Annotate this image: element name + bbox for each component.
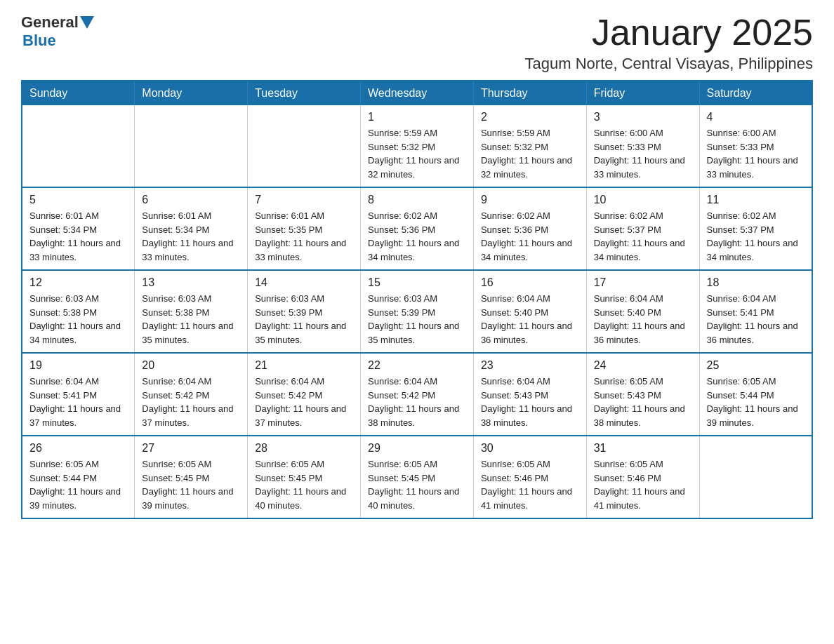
calendar-cell: 2Sunrise: 5:59 AMSunset: 5:32 PMDaylight… [473,105,586,187]
header-monday: Monday [135,81,248,105]
week-row-1: 1Sunrise: 5:59 AMSunset: 5:32 PMDaylight… [22,105,812,187]
calendar-cell: 10Sunrise: 6:02 AMSunset: 5:37 PMDayligh… [586,187,699,270]
day-number: 12 [29,276,127,289]
day-number: 8 [368,194,466,206]
day-number: 1 [368,111,466,123]
calendar-cell: 7Sunrise: 6:01 AMSunset: 5:35 PMDaylight… [248,187,361,270]
header-saturday: Saturday [699,81,812,105]
day-info: Sunrise: 6:01 AMSunset: 5:34 PMDaylight:… [29,209,127,264]
page-header: General Blue January 2025 Tagum Norte, C… [21,14,813,73]
day-info: Sunrise: 6:05 AMSunset: 5:45 PMDaylight:… [255,457,353,512]
day-info: Sunrise: 6:01 AMSunset: 5:34 PMDaylight:… [142,209,240,264]
day-number: 6 [142,194,240,206]
day-info: Sunrise: 6:05 AMSunset: 5:44 PMDaylight:… [707,375,805,429]
calendar-cell: 12Sunrise: 6:03 AMSunset: 5:38 PMDayligh… [22,270,135,353]
calendar-cell: 28Sunrise: 6:05 AMSunset: 5:45 PMDayligh… [248,436,361,518]
day-info: Sunrise: 6:02 AMSunset: 5:36 PMDaylight:… [368,209,466,264]
day-number: 31 [594,442,692,455]
calendar-cell: 4Sunrise: 6:00 AMSunset: 5:33 PMDaylight… [699,105,812,187]
day-info: Sunrise: 6:05 AMSunset: 5:43 PMDaylight:… [594,375,692,429]
day-number: 23 [481,359,579,372]
day-number: 19 [29,359,127,372]
calendar-cell [135,105,248,187]
week-row-2: 5Sunrise: 6:01 AMSunset: 5:34 PMDaylight… [22,187,812,270]
week-row-3: 12Sunrise: 6:03 AMSunset: 5:38 PMDayligh… [22,270,812,353]
calendar-cell: 14Sunrise: 6:03 AMSunset: 5:39 PMDayligh… [248,270,361,353]
calendar-cell: 15Sunrise: 6:03 AMSunset: 5:39 PMDayligh… [361,270,474,353]
day-number: 26 [29,442,127,455]
day-number: 29 [368,442,466,455]
day-info: Sunrise: 6:02 AMSunset: 5:36 PMDaylight:… [481,209,579,264]
day-info: Sunrise: 6:05 AMSunset: 5:44 PMDaylight:… [29,457,127,512]
header-row: SundayMondayTuesdayWednesdayThursdayFrid… [22,81,812,105]
calendar-cell: 20Sunrise: 6:04 AMSunset: 5:42 PMDayligh… [135,353,248,436]
day-number: 25 [707,359,805,372]
calendar-cell: 30Sunrise: 6:05 AMSunset: 5:46 PMDayligh… [473,436,586,518]
page-subtitle: Tagum Norte, Central Visayas, Philippine… [525,55,813,73]
day-info: Sunrise: 6:04 AMSunset: 5:41 PMDaylight:… [707,292,805,347]
day-number: 18 [707,276,805,289]
day-number: 2 [481,111,579,123]
day-info: Sunrise: 6:04 AMSunset: 5:42 PMDaylight:… [368,375,466,429]
calendar-body: 1Sunrise: 5:59 AMSunset: 5:32 PMDaylight… [22,105,812,518]
day-info: Sunrise: 5:59 AMSunset: 5:32 PMDaylight:… [368,126,466,181]
day-info: Sunrise: 6:04 AMSunset: 5:42 PMDaylight:… [255,375,353,429]
day-info: Sunrise: 5:59 AMSunset: 5:32 PMDaylight:… [481,126,579,181]
week-row-4: 19Sunrise: 6:04 AMSunset: 5:41 PMDayligh… [22,353,812,436]
day-number: 15 [368,276,466,289]
day-number: 4 [707,111,805,123]
header-tuesday: Tuesday [248,81,361,105]
calendar-cell: 17Sunrise: 6:04 AMSunset: 5:40 PMDayligh… [586,270,699,353]
day-number: 22 [368,359,466,372]
day-number: 14 [255,276,353,289]
day-number: 30 [481,442,579,455]
day-number: 20 [142,359,240,372]
calendar-cell: 6Sunrise: 6:01 AMSunset: 5:34 PMDaylight… [135,187,248,270]
page-title: January 2025 [525,14,813,51]
calendar-cell: 5Sunrise: 6:01 AMSunset: 5:34 PMDaylight… [22,187,135,270]
day-info: Sunrise: 6:03 AMSunset: 5:38 PMDaylight:… [29,292,127,347]
calendar-cell: 22Sunrise: 6:04 AMSunset: 5:42 PMDayligh… [361,353,474,436]
day-info: Sunrise: 6:05 AMSunset: 5:46 PMDaylight:… [481,457,579,512]
day-number: 27 [142,442,240,455]
day-info: Sunrise: 6:05 AMSunset: 5:45 PMDaylight:… [368,457,466,512]
day-number: 11 [707,194,805,206]
day-info: Sunrise: 6:04 AMSunset: 5:42 PMDaylight:… [142,375,240,429]
calendar-cell: 1Sunrise: 5:59 AMSunset: 5:32 PMDaylight… [361,105,474,187]
calendar-cell: 9Sunrise: 6:02 AMSunset: 5:36 PMDaylight… [473,187,586,270]
week-row-5: 26Sunrise: 6:05 AMSunset: 5:44 PMDayligh… [22,436,812,518]
day-info: Sunrise: 6:02 AMSunset: 5:37 PMDaylight:… [707,209,805,264]
calendar-cell: 11Sunrise: 6:02 AMSunset: 5:37 PMDayligh… [699,187,812,270]
day-info: Sunrise: 6:04 AMSunset: 5:43 PMDaylight:… [481,375,579,429]
calendar-cell: 3Sunrise: 6:00 AMSunset: 5:33 PMDaylight… [586,105,699,187]
day-number: 3 [594,111,692,123]
calendar-cell: 18Sunrise: 6:04 AMSunset: 5:41 PMDayligh… [699,270,812,353]
calendar-table: SundayMondayTuesdayWednesdayThursdayFrid… [21,80,813,519]
day-info: Sunrise: 6:01 AMSunset: 5:35 PMDaylight:… [255,209,353,264]
day-number: 28 [255,442,353,455]
logo-text-general: General [21,14,79,31]
day-number: 7 [255,194,353,206]
day-info: Sunrise: 6:00 AMSunset: 5:33 PMDaylight:… [707,126,805,181]
calendar-cell: 19Sunrise: 6:04 AMSunset: 5:41 PMDayligh… [22,353,135,436]
header-sunday: Sunday [22,81,135,105]
day-number: 16 [481,276,579,289]
calendar-cell: 24Sunrise: 6:05 AMSunset: 5:43 PMDayligh… [586,353,699,436]
day-info: Sunrise: 6:05 AMSunset: 5:45 PMDaylight:… [142,457,240,512]
calendar-cell: 16Sunrise: 6:04 AMSunset: 5:40 PMDayligh… [473,270,586,353]
calendar-header: SundayMondayTuesdayWednesdayThursdayFrid… [22,81,812,105]
calendar-cell [248,105,361,187]
calendar-cell: 31Sunrise: 6:05 AMSunset: 5:46 PMDayligh… [586,436,699,518]
calendar-cell: 26Sunrise: 6:05 AMSunset: 5:44 PMDayligh… [22,436,135,518]
calendar-cell: 13Sunrise: 6:03 AMSunset: 5:38 PMDayligh… [135,270,248,353]
header-wednesday: Wednesday [361,81,474,105]
calendar-cell: 27Sunrise: 6:05 AMSunset: 5:45 PMDayligh… [135,436,248,518]
header-thursday: Thursday [473,81,586,105]
day-info: Sunrise: 6:03 AMSunset: 5:39 PMDaylight:… [368,292,466,347]
calendar-cell: 21Sunrise: 6:04 AMSunset: 5:42 PMDayligh… [248,353,361,436]
logo: General Blue [21,14,94,49]
logo-text-blue: Blue [22,32,56,49]
calendar-cell: 29Sunrise: 6:05 AMSunset: 5:45 PMDayligh… [361,436,474,518]
calendar-cell: 25Sunrise: 6:05 AMSunset: 5:44 PMDayligh… [699,353,812,436]
day-info: Sunrise: 6:04 AMSunset: 5:40 PMDaylight:… [594,292,692,347]
